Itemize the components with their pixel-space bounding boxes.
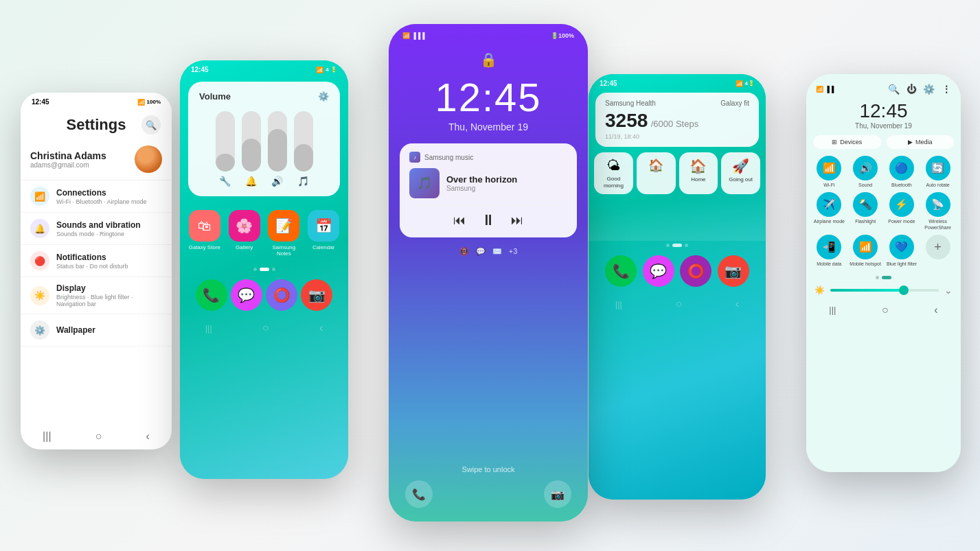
sound-toggle-icon: 🔊 bbox=[853, 156, 878, 180]
toggle-airplane[interactable]: ✈️ Airplane mode bbox=[813, 192, 845, 231]
next-button[interactable]: ⏭ bbox=[511, 213, 523, 228]
volume-nav: ||| ○ ‹ bbox=[180, 316, 348, 341]
quick-toggle-grid: 📶 Wi-Fi 🔊 Sound 🔵 Bluetooth 🔄 Auto rotat… bbox=[806, 156, 961, 268]
toggle-autorotate[interactable]: 🔄 Auto rotate bbox=[922, 156, 954, 188]
lock-battery: 🔋100% bbox=[551, 32, 574, 39]
health-status-bar: 12:45 📶 4🔋 bbox=[589, 74, 766, 90]
dock-phone[interactable]: 📞 bbox=[196, 279, 227, 311]
settings-item-sounds[interactable]: 🔔 Sounds and vibration Sounds mode · Rin… bbox=[21, 213, 172, 245]
volume-slider-media[interactable]: 🔊 bbox=[268, 111, 287, 187]
toggle-mobile-data[interactable]: 📲 Mobile data bbox=[813, 235, 845, 267]
volume-slider-notification[interactable]: 🔔 bbox=[242, 111, 261, 187]
toggle-sound[interactable]: 🔊 Sound bbox=[850, 156, 882, 188]
health-quick-tiles: 🌤 Good morning 🏠 🏠 Home 🚀 Going out bbox=[589, 152, 766, 194]
prev-button[interactable]: ⏮ bbox=[453, 213, 466, 228]
toggle-flashlight[interactable]: 🔦 Flashlight bbox=[850, 192, 882, 231]
tile-good-morning[interactable]: 🌤 Good morning bbox=[594, 152, 633, 194]
health-dock-messages[interactable]: 💬 bbox=[643, 255, 674, 287]
settings-item-notifications[interactable]: 🔴 Notifications Status bar · Do not dist… bbox=[21, 245, 172, 277]
quick-nav-recents[interactable]: ‹ bbox=[934, 304, 937, 316]
app-galaxy-store[interactable]: 🛍 Galaxy Store bbox=[188, 210, 221, 257]
toggle-bluetooth[interactable]: 🔵 Bluetooth bbox=[886, 156, 918, 188]
quick-nav-home[interactable]: ○ bbox=[882, 304, 889, 316]
quick-nav-back[interactable]: ||| bbox=[829, 305, 836, 315]
dock-messages[interactable]: 💬 bbox=[231, 279, 262, 311]
brightness-thumb[interactable] bbox=[899, 285, 909, 295]
brightness-icon: ☀️ bbox=[814, 285, 825, 295]
avatar bbox=[135, 145, 162, 173]
lock-phone-icon[interactable]: 📞 bbox=[405, 480, 433, 508]
routine-icon: 🏠 bbox=[648, 158, 663, 173]
swipe-text: Swipe to unlock bbox=[389, 458, 588, 480]
lock-status-bar: 📶 ▐▐▐ 🔋100% bbox=[389, 24, 588, 45]
airplane-toggle-icon: ✈️ bbox=[817, 192, 841, 217]
brightness-track[interactable] bbox=[830, 289, 939, 292]
search-icon[interactable]: 🔍 bbox=[141, 115, 161, 134]
volume-slider-ringtone[interactable]: 🔧 bbox=[216, 111, 235, 187]
health-nav-back[interactable]: ||| bbox=[615, 299, 622, 309]
slider-wrench-icon: 🔧 bbox=[219, 176, 231, 187]
nav-recents[interactable]: ‹ bbox=[146, 430, 150, 443]
toggle-wireless-share[interactable]: 📡 Wireless PowerShare bbox=[922, 192, 954, 231]
health-dock-browser[interactable]: ⭕ bbox=[680, 255, 711, 287]
quick-date: Thu, November 19 bbox=[806, 122, 961, 130]
play-pause-button[interactable]: ⏸ bbox=[481, 211, 496, 229]
settings-item-connections[interactable]: 📶 Connections Wi-Fi · Bluetooth · Airpla… bbox=[21, 180, 172, 213]
quick-status-icons-left: 📶 ▐▐ bbox=[816, 86, 834, 93]
toggle-powermode[interactable]: ⚡ Power mode bbox=[886, 192, 918, 231]
dock-camera[interactable]: 📷 bbox=[301, 279, 332, 311]
lock-time: 12:45 bbox=[389, 74, 588, 120]
lock-notifications: 📵 💬 ✉️ +3 bbox=[389, 237, 588, 266]
settings-item-display[interactable]: ☀️ Display Brightness · Blue light filte… bbox=[21, 277, 172, 314]
brightness-row[interactable]: ☀️ ⌄ bbox=[806, 282, 961, 298]
health-card[interactable]: Samsung Health Galaxy fit 3258 /6000 Ste… bbox=[595, 93, 759, 147]
settings-icon-quick[interactable]: ⚙️ bbox=[923, 84, 935, 95]
wifi-toggle-icon: 📶 bbox=[817, 156, 841, 180]
settings-item-more[interactable]: ⚙️ Wallpaper bbox=[21, 314, 172, 347]
tab-devices[interactable]: ⊞ Devices bbox=[813, 135, 881, 149]
health-dock-phone[interactable]: 📞 bbox=[605, 255, 637, 287]
devices-grid-icon: ⊞ bbox=[832, 139, 837, 145]
tab-media[interactable]: ▶ Media bbox=[887, 135, 955, 149]
lock-date: Thu, November 19 bbox=[389, 121, 588, 132]
phone-lock: 📶 ▐▐▐ 🔋100% 🔒 12:45 Thu, November 19 ♪ S… bbox=[389, 24, 588, 521]
music-card[interactable]: ♪ Samsung music 🎵 Over the horizon Samsu… bbox=[400, 143, 577, 237]
quick-dots bbox=[806, 273, 961, 282]
settings-nav: ||| ○ ‹ bbox=[21, 425, 172, 449]
nav-home[interactable]: ○ bbox=[95, 430, 102, 443]
toggle-bluelight[interactable]: 💙 Blue light filter bbox=[886, 235, 918, 267]
health-nav-home[interactable]: ○ bbox=[676, 298, 683, 310]
user-profile[interactable]: Christina Adams adams@gmail.com bbox=[21, 139, 172, 180]
tile-going-out[interactable]: 🚀 Going out bbox=[721, 152, 760, 194]
bluelight-toggle-icon: 💙 bbox=[889, 235, 914, 259]
toggle-wifi[interactable]: 📶 Wi-Fi bbox=[813, 156, 845, 188]
health-dots bbox=[589, 241, 766, 250]
brightness-expand-icon[interactable]: ⌄ bbox=[944, 285, 953, 296]
app-gallery[interactable]: 🌸 Gallery bbox=[228, 210, 261, 257]
more-icon-quick[interactable]: ⋮ bbox=[942, 84, 951, 95]
health-steps: 3258 bbox=[605, 110, 648, 131]
search-icon-quick[interactable]: 🔍 bbox=[888, 84, 900, 95]
app-samsung-notes[interactable]: 📝 Samsung Notes bbox=[268, 210, 301, 257]
health-dock-camera[interactable]: 📷 bbox=[718, 255, 749, 287]
lock-camera-icon[interactable]: 📷 bbox=[544, 480, 571, 508]
volume-slider-system[interactable]: 🎵 bbox=[294, 111, 313, 187]
notifications-label: Notifications bbox=[56, 253, 162, 262]
dock-browser[interactable]: ⭕ bbox=[266, 279, 297, 311]
volume-nav-home[interactable]: ○ bbox=[262, 322, 269, 334]
toggle-add[interactable]: + bbox=[922, 235, 954, 267]
tile-home[interactable]: 🏠 Home bbox=[679, 152, 718, 194]
slider-music-icon: 🎵 bbox=[297, 176, 309, 187]
volume-settings-icon[interactable]: ⚙️ bbox=[318, 91, 329, 102]
health-nav-recents[interactable]: ‹ bbox=[736, 298, 739, 310]
toggle-hotspot[interactable]: 📶 Mobile hotspot bbox=[850, 235, 882, 267]
nav-back[interactable]: ||| bbox=[43, 430, 51, 443]
volume-nav-recents[interactable]: ‹ bbox=[319, 322, 323, 334]
volume-nav-back[interactable]: ||| bbox=[205, 323, 212, 333]
wireless-share-toggle-icon: 📡 bbox=[926, 192, 950, 217]
app-calendar[interactable]: 📅 Calendar bbox=[307, 210, 340, 257]
tile-routine[interactable]: 🏠 bbox=[637, 152, 676, 194]
going-out-icon: 🚀 bbox=[732, 158, 749, 174]
power-icon-quick[interactable]: ⏻ bbox=[907, 84, 916, 95]
notifications-icon: 🔴 bbox=[30, 251, 49, 270]
